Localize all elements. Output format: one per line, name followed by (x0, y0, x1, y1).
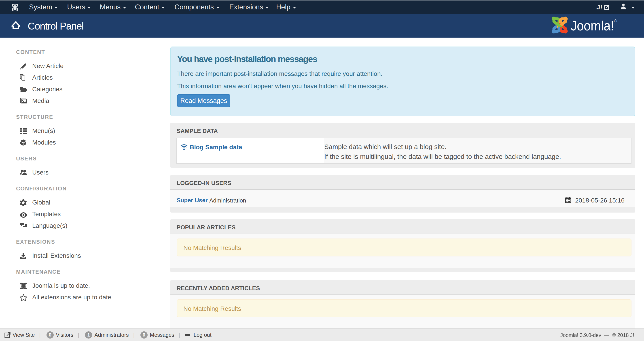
svg-text:Joomla!: Joomla! (571, 18, 614, 33)
svg-text:®: ® (614, 19, 617, 23)
